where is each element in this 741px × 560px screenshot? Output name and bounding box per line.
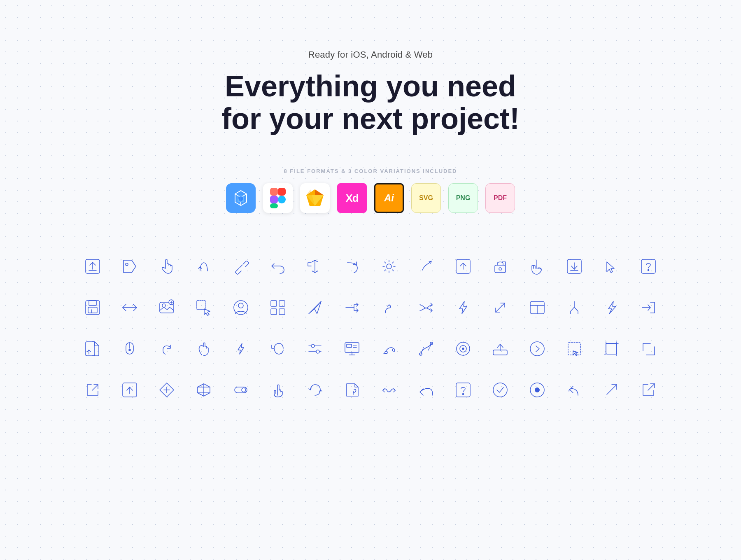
xd-format-icon: Xd xyxy=(337,183,367,213)
svg-point-90 xyxy=(242,388,246,392)
svg-rect-27 xyxy=(86,301,100,315)
icon-transfer-vertical xyxy=(298,250,331,283)
icon-squiggle-up xyxy=(373,291,405,324)
icon-undo-curve xyxy=(558,373,591,406)
svg-point-93 xyxy=(493,383,507,397)
svg-line-97 xyxy=(648,384,655,390)
ai-label: Ai xyxy=(384,192,394,204)
icon-download-box xyxy=(558,250,591,283)
icon-mouse xyxy=(113,332,146,365)
svg-point-26 xyxy=(648,270,649,271)
icon-question-circle xyxy=(447,373,480,406)
icon-lightning xyxy=(447,291,480,324)
icon-shuffle xyxy=(410,291,443,324)
icon-checkmark-circle xyxy=(484,373,517,406)
icon-redo-hook xyxy=(336,250,368,283)
svg-point-80 xyxy=(530,342,544,356)
png-label: PNG xyxy=(456,194,471,202)
svg-point-32 xyxy=(162,304,165,307)
svg-point-59 xyxy=(316,350,319,353)
svg-rect-28 xyxy=(89,301,96,306)
xd-label: Xd xyxy=(345,192,358,205)
icon-path-node xyxy=(373,332,405,365)
icon-image-settings xyxy=(150,291,183,324)
svg-point-75 xyxy=(462,348,464,350)
icon-fork-arrows xyxy=(558,291,591,324)
icon-pointer-hand xyxy=(150,250,183,283)
svg-rect-41 xyxy=(271,309,277,315)
icon-undo-u xyxy=(187,250,220,283)
icon-settings-gear xyxy=(373,250,405,283)
icon-upload-tray xyxy=(484,332,517,365)
icon-touch-cursor xyxy=(595,250,628,283)
craft-format-icon xyxy=(226,183,256,213)
svg-line-45 xyxy=(496,303,505,312)
svg-rect-36 xyxy=(197,301,206,310)
svg-point-92 xyxy=(463,394,464,395)
pdf-format-icon: PDF xyxy=(485,183,515,213)
icon-table-layout xyxy=(521,291,554,324)
icon-crop-image xyxy=(595,332,628,365)
svg-rect-4 xyxy=(270,196,278,203)
svg-rect-29 xyxy=(88,307,97,313)
icon-expand-diagonal xyxy=(484,291,517,324)
icon-wave-arrows xyxy=(373,373,405,406)
svg-point-67 xyxy=(392,349,395,351)
svg-rect-39 xyxy=(271,301,277,306)
icon-expand-ne xyxy=(595,373,628,406)
svg-point-95 xyxy=(535,387,540,392)
svg-point-15 xyxy=(126,263,128,266)
icon-undo-arrow xyxy=(410,373,443,406)
icon-login-arrow xyxy=(632,291,665,324)
svg-point-58 xyxy=(311,344,315,348)
svg-rect-63 xyxy=(347,344,352,348)
icon-finger-pointer xyxy=(261,373,294,406)
svg-rect-3 xyxy=(278,188,286,196)
icon-gesture-hand xyxy=(187,332,220,365)
icon-computer-screen xyxy=(336,332,368,365)
icon-bezier xyxy=(410,332,443,365)
icon-arrow-right-split xyxy=(336,291,368,324)
svg-line-83 xyxy=(92,385,98,390)
svg-rect-42 xyxy=(279,309,285,315)
icon-lightning-alt xyxy=(595,291,628,324)
svg-label: SVG xyxy=(419,194,433,202)
icon-page-fold xyxy=(336,373,368,406)
icon-upload-small xyxy=(113,373,146,406)
icon-upload-box-alt xyxy=(447,250,480,283)
icon-paper-plane xyxy=(298,291,331,324)
icon-upload-box xyxy=(76,250,109,283)
svg-rect-25 xyxy=(641,259,655,273)
header-section: Ready for iOS, Android & Web Everything … xyxy=(206,0,535,168)
svg-format-icon: SVG xyxy=(411,183,441,213)
icon-toggle xyxy=(224,373,257,406)
icon-lightning-small xyxy=(224,332,257,365)
icon-refresh xyxy=(298,373,331,406)
formats-section: 8 FILE FORMATS & 3 COLOR VARIATIONS INCL… xyxy=(226,168,515,213)
icon-user-circle xyxy=(224,291,257,324)
main-title: Everything you need for your next projec… xyxy=(206,70,535,135)
icon-cursor-select xyxy=(187,291,220,324)
icon-corner-bracket xyxy=(632,332,665,365)
icon-label-tag xyxy=(113,250,146,283)
icon-locked-expand xyxy=(484,250,517,283)
ai-format-icon: Ai xyxy=(374,183,404,213)
icon-arrow-out xyxy=(76,373,109,406)
icon-dotted-select xyxy=(558,332,591,365)
pdf-label: PDF xyxy=(494,194,507,202)
sketch-format-icon xyxy=(300,183,330,213)
svg-point-38 xyxy=(238,303,243,308)
svg-point-17 xyxy=(387,264,391,269)
svg-point-21 xyxy=(499,268,501,270)
icon-file-export xyxy=(76,332,109,365)
icon-link-chain xyxy=(224,250,257,283)
icon-sliders xyxy=(298,332,331,365)
icon-box-3d xyxy=(187,373,220,406)
icon-compress xyxy=(113,291,146,324)
icon-diamond-plus xyxy=(150,373,183,406)
icon-target xyxy=(447,332,480,365)
icon-undo-left xyxy=(261,250,294,283)
icon-redo-up xyxy=(150,332,183,365)
svg-point-55 xyxy=(129,349,130,351)
svg-point-6 xyxy=(278,196,286,203)
